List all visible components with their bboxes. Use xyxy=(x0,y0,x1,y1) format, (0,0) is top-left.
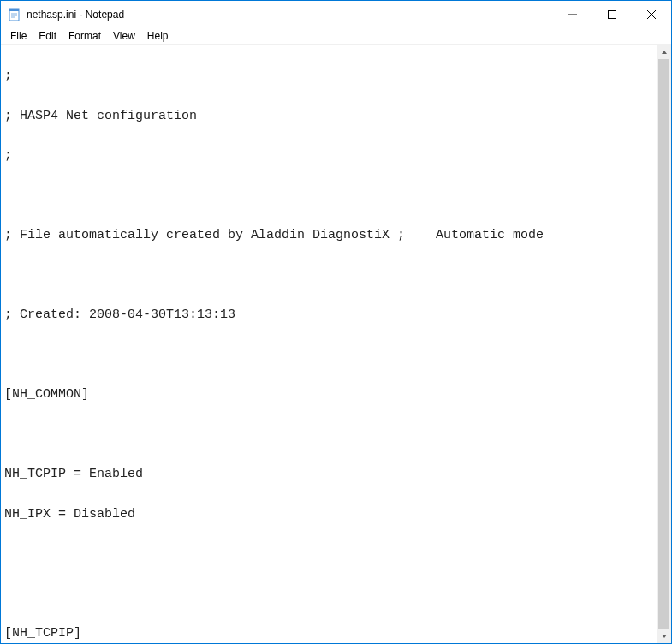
menu-format[interactable]: Format xyxy=(62,28,107,44)
text-line[interactable]: [NH_TCPIP] xyxy=(4,623,653,643)
text-line[interactable] xyxy=(4,186,653,206)
text-line[interactable] xyxy=(4,265,653,285)
scroll-down-button[interactable] xyxy=(657,629,671,643)
text-line[interactable]: ; xyxy=(4,66,653,86)
text-line[interactable]: NH_TCPIP = Enabled xyxy=(4,464,653,484)
menu-edit[interactable]: Edit xyxy=(33,28,62,44)
text-line[interactable]: [NH_COMMON] xyxy=(4,385,653,404)
svg-marker-9 xyxy=(662,51,667,54)
menu-help[interactable]: Help xyxy=(141,28,175,44)
titlebar[interactable]: nethasp.ini - Notepad xyxy=(1,1,671,27)
text-editor[interactable]: ; ; HASP4 Net configuration ; ; File aut… xyxy=(1,45,657,643)
text-line[interactable]: ; xyxy=(4,146,653,165)
text-line[interactable]: NH_IPX = Disabled xyxy=(4,504,653,524)
content-area: ; ; HASP4 Net configuration ; ; File aut… xyxy=(1,45,671,643)
text-line[interactable] xyxy=(4,544,653,564)
scrollbar-track[interactable] xyxy=(657,59,671,629)
text-line[interactable] xyxy=(4,345,653,365)
svg-marker-10 xyxy=(662,635,667,638)
notepad-icon xyxy=(8,8,21,21)
window-title: nethasp.ini - Notepad xyxy=(27,9,124,21)
menu-file[interactable]: File xyxy=(4,28,33,44)
menubar: File Edit Format View Help xyxy=(1,27,671,45)
close-button[interactable] xyxy=(632,1,671,27)
text-line[interactable]: ; HASP4 Net configuration xyxy=(4,106,653,126)
minimize-button[interactable] xyxy=(553,1,592,27)
text-line[interactable]: ; Created: 2008-04-30T13:13:13 xyxy=(4,305,653,325)
maximize-button[interactable] xyxy=(592,1,632,27)
vertical-scrollbar[interactable] xyxy=(657,45,671,643)
window-controls xyxy=(553,1,671,27)
text-line[interactable] xyxy=(4,425,653,444)
menu-view[interactable]: View xyxy=(107,28,141,44)
scroll-up-button[interactable] xyxy=(657,45,671,59)
text-line[interactable]: ; File automatically created by Aladdin … xyxy=(4,225,653,245)
text-line[interactable] xyxy=(4,584,653,604)
svg-rect-1 xyxy=(9,9,19,11)
svg-rect-6 xyxy=(609,10,616,18)
notepad-window: nethasp.ini - Notepad File Edit Format V… xyxy=(0,0,672,644)
scrollbar-thumb[interactable] xyxy=(658,59,669,629)
